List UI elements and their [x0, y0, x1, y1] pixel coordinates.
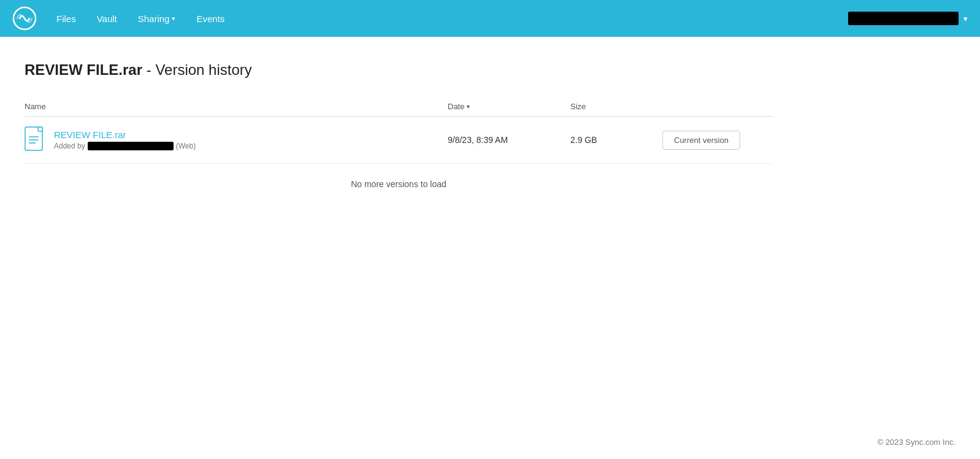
sort-arrow-icon: ▾ [467, 103, 470, 110]
nav-events[interactable]: Events [189, 10, 232, 28]
page-title: REVIEW FILE.rar - Version history [25, 61, 773, 79]
version-table: Name Date ▾ Size [25, 97, 773, 164]
app-logo [12, 6, 37, 31]
page-title-suffix: - Version history [142, 61, 252, 78]
file-size-cell: 2.9 GB [570, 117, 662, 164]
added-by-user-redacted [88, 142, 174, 150]
footer: © 2023 Sync.com Inc. [878, 438, 955, 447]
nav-right: ▾ [848, 12, 968, 25]
file-icon [25, 126, 47, 153]
file-row-name: REVIEW FILE.rar Added by (Web) [25, 126, 440, 153]
svg-rect-2 [38, 127, 42, 131]
copyright-text: © 2023 Sync.com Inc. [878, 438, 955, 447]
nav-sharing[interactable]: Sharing ▾ [131, 10, 183, 28]
page-title-filename: REVIEW FILE.rar [25, 61, 142, 78]
navbar: Files Vault Sharing ▾ Events ▾ [0, 0, 980, 37]
sharing-caret-icon: ▾ [172, 15, 175, 23]
user-menu-caret-icon[interactable]: ▾ [963, 14, 968, 23]
table-body: REVIEW FILE.rar Added by (Web) 9/8/23, 8… [25, 117, 773, 164]
col-action [662, 97, 773, 117]
nav-vault[interactable]: Vault [90, 10, 124, 28]
file-added-by: Added by (Web) [54, 142, 196, 150]
main-content: REVIEW FILE.rar - Version history Name D… [0, 37, 797, 217]
col-name: Name [25, 97, 448, 117]
added-by-prefix: Added by [54, 142, 85, 150]
file-name-link[interactable]: REVIEW FILE.rar [54, 129, 196, 140]
current-version-button[interactable]: Current version [662, 131, 740, 150]
user-menu-redacted [848, 12, 959, 25]
file-info: REVIEW FILE.rar Added by (Web) [54, 129, 196, 150]
date-sort-button[interactable]: Date ▾ [448, 102, 470, 111]
file-action-cell: Current version [662, 117, 773, 164]
file-name-cell: REVIEW FILE.rar Added by (Web) [25, 117, 448, 164]
no-more-versions: No more versions to load [25, 164, 773, 204]
nav-files[interactable]: Files [49, 10, 83, 28]
added-by-suffix: (Web) [176, 142, 196, 150]
col-size: Size [570, 97, 662, 117]
nav-sharing-label: Sharing [138, 14, 170, 24]
table-header: Name Date ▾ Size [25, 97, 773, 117]
table-row: REVIEW FILE.rar Added by (Web) 9/8/23, 8… [25, 117, 773, 164]
file-date-cell: 9/8/23, 8:39 AM [448, 117, 570, 164]
col-date: Date ▾ [448, 97, 570, 117]
